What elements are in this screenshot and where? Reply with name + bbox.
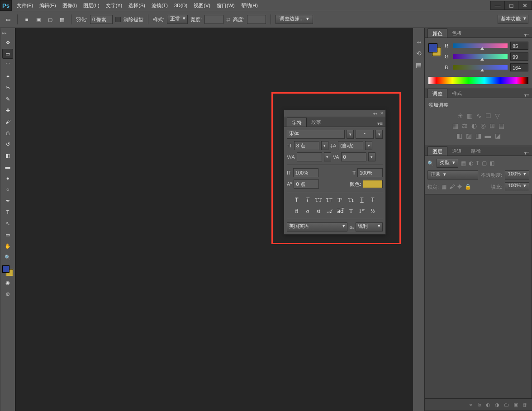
brush-tool[interactable]: 🖌 — [2, 117, 13, 127]
menu-select[interactable]: 选择(S) — [125, 0, 148, 11]
lookup-icon[interactable]: ▤ — [499, 122, 504, 129]
hue-icon[interactable]: ▦ — [452, 122, 458, 129]
lasso-tool[interactable]: ⌒ — [2, 60, 13, 70]
color-flyout-icon[interactable]: ▾≡ — [522, 33, 532, 38]
fx-icon[interactable]: fx — [477, 402, 481, 407]
menu-file[interactable]: 文件(F) — [14, 0, 36, 11]
contextual-button[interactable]: σ — [303, 207, 313, 216]
menu-view[interactable]: 视图(V) — [190, 0, 214, 11]
new-adjustment-icon[interactable]: ◑ — [495, 402, 499, 408]
tracking-dropdown-icon[interactable]: ▾ — [368, 152, 375, 161]
g-slider[interactable] — [453, 54, 508, 59]
subscript-button[interactable]: T₁ — [346, 195, 356, 204]
exposure-icon[interactable]: ☐ — [485, 112, 491, 119]
eyedropper-tool[interactable]: ✎ — [2, 94, 13, 104]
link-layers-icon[interactable]: ⚭ — [469, 402, 473, 408]
gradient-tool[interactable]: ▬ — [2, 162, 13, 172]
lock-position-icon[interactable]: ✥ — [457, 184, 462, 190]
feather-input[interactable] — [90, 15, 113, 24]
width-input[interactable] — [204, 15, 223, 24]
threshold-icon[interactable]: ◨ — [475, 132, 481, 139]
leading-input[interactable] — [338, 141, 363, 150]
channel-mixer-icon[interactable]: ⊞ — [489, 122, 495, 129]
menu-edit[interactable]: 编辑(E) — [36, 0, 59, 11]
tools-collapse-icon[interactable]: ▸▸ — [2, 31, 7, 35]
b-slider[interactable] — [453, 65, 508, 70]
dodge-tool[interactable]: ○ — [2, 184, 13, 194]
tab-swatches[interactable]: 色板 — [447, 28, 466, 38]
workspace-select[interactable]: 基本功能 — [498, 15, 528, 24]
blur-tool[interactable]: ● — [2, 173, 13, 183]
lock-all-icon[interactable]: 🔒 — [465, 184, 471, 190]
filter-adjust-icon[interactable]: ◐ — [469, 160, 473, 166]
properties-icon[interactable]: ▤ — [416, 61, 422, 69]
lock-transparent-icon[interactable]: ▦ — [442, 184, 446, 190]
superscript-button[interactable]: T¹ — [335, 195, 345, 204]
layers-list[interactable] — [425, 194, 532, 399]
color-foreground[interactable] — [428, 43, 437, 52]
menu-filter[interactable]: 滤镜(T) — [148, 0, 171, 11]
layers-flyout-icon[interactable]: ▾≡ — [522, 151, 532, 156]
ligature-button[interactable]: fi — [292, 207, 302, 216]
filter-search-icon[interactable]: 🔍 — [428, 161, 434, 166]
bold-button[interactable]: T — [292, 195, 302, 204]
panel-collapse-icon[interactable]: ◂◂ — [373, 111, 377, 116]
bw-icon[interactable]: ◐ — [471, 122, 477, 129]
r-slider[interactable] — [453, 43, 508, 48]
height-input[interactable] — [247, 15, 266, 24]
kerning-input[interactable] — [297, 152, 322, 161]
screenmode-tool[interactable]: ⎚ — [2, 289, 13, 299]
filter-shape-icon[interactable]: ▢ — [482, 160, 487, 166]
smallcaps-button[interactable]: Tᴛ — [324, 195, 334, 204]
tab-character[interactable]: 字符 — [287, 118, 307, 127]
font-size-input[interactable] — [294, 141, 319, 150]
history-icon[interactable]: ⟲ — [416, 50, 422, 57]
history-brush-tool[interactable]: ↺ — [2, 139, 13, 149]
filter-smart-icon[interactable]: ◧ — [489, 160, 494, 166]
baseline-input[interactable] — [294, 180, 319, 189]
allcaps-button[interactable]: TT — [314, 195, 323, 204]
minimize-button[interactable]: — — [491, 1, 504, 9]
antialias-checkbox[interactable] — [115, 17, 121, 22]
r-value[interactable]: 85 — [510, 42, 528, 50]
font-family-dropdown-icon[interactable]: ▾ — [347, 130, 354, 139]
stylistic-button[interactable]: a̅d̅ — [335, 207, 345, 216]
menu-image[interactable]: 图像(I) — [59, 0, 80, 11]
magic-wand-tool[interactable]: ✦ — [2, 71, 13, 81]
selection-intersect-icon[interactable]: ▦ — [57, 15, 66, 24]
photo-filter-icon[interactable]: ◎ — [480, 122, 486, 129]
discretionary-button[interactable]: st — [314, 207, 323, 216]
font-family-select[interactable]: 宋体 — [287, 130, 345, 139]
invert-icon[interactable]: ◧ — [456, 132, 462, 139]
swash-button[interactable]: 𝒜 — [324, 207, 334, 216]
panel-close-icon[interactable]: ✕ — [380, 111, 384, 116]
panel-flyout-icon[interactable]: ▾≡ — [375, 121, 385, 127]
menu-type[interactable]: 文字(Y) — [103, 0, 126, 11]
move-tool[interactable]: ✥ — [2, 38, 13, 47]
font-style-select[interactable]: - — [356, 130, 374, 139]
underline-button[interactable]: T — [357, 195, 367, 204]
tab-paths[interactable]: 路径 — [466, 146, 485, 156]
marquee-preset-icon[interactable]: ▭ — [4, 15, 13, 24]
kerning-dropdown-icon[interactable]: ▾ — [324, 152, 331, 161]
color-fg-bg[interactable] — [428, 43, 441, 56]
tab-styles[interactable]: 样式 — [447, 89, 466, 98]
marquee-tool[interactable]: ▭ — [2, 49, 13, 59]
eraser-tool[interactable]: ◧ — [2, 151, 13, 161]
filter-pixel-icon[interactable]: ▦ — [461, 160, 466, 166]
tab-layers[interactable]: 图层 — [428, 146, 447, 156]
dock-collapse-icon[interactable]: ◂◂ — [416, 39, 422, 45]
g-value[interactable]: 99 — [510, 52, 528, 61]
refine-edge-button[interactable]: 调整边缘... — [276, 15, 313, 24]
path-select-tool[interactable]: ↖ — [2, 218, 13, 228]
language-select[interactable]: 美国英语 — [287, 222, 347, 231]
selective-color-icon[interactable]: ◪ — [495, 132, 501, 139]
lock-pixel-icon[interactable]: 🖌 — [449, 184, 455, 190]
font-style-dropdown-icon[interactable]: ▾ — [375, 130, 383, 139]
tab-adjustments[interactable]: 调整 — [428, 89, 447, 98]
color-balance-icon[interactable]: ⚖ — [462, 122, 468, 129]
filter-type-icon[interactable]: T — [476, 160, 479, 166]
menu-layer[interactable]: 图层(L) — [80, 0, 102, 11]
menu-help[interactable]: 帮助(H) — [238, 0, 261, 11]
opacity-input[interactable]: 100% — [505, 170, 529, 180]
